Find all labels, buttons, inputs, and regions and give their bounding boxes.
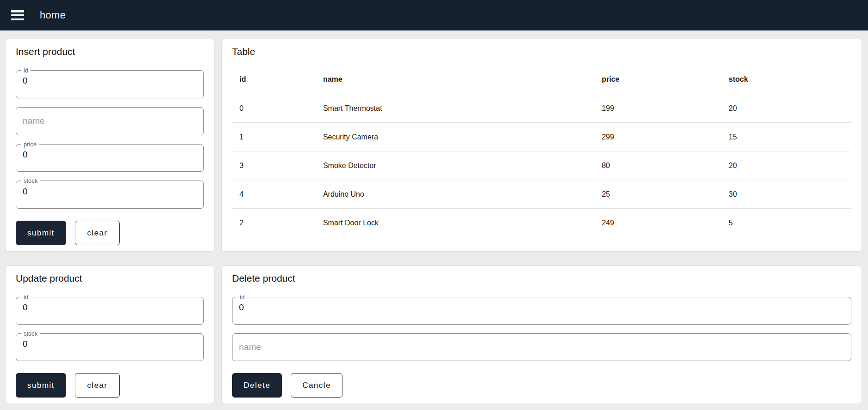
cell-id: 3: [232, 151, 316, 180]
cell-stock: 5: [721, 209, 851, 237]
cell-id: 1: [232, 123, 316, 151]
table-header-id: id: [232, 62, 316, 94]
update-stock-input[interactable]: [16, 334, 203, 361]
update-id-input[interactable]: [16, 297, 203, 324]
update-panel-title: Update product: [16, 272, 204, 284]
insert-price-input[interactable]: [16, 145, 203, 172]
update-stock-label: stock: [21, 330, 40, 337]
delete-name-input[interactable]: [232, 334, 851, 361]
table-header-price: price: [594, 62, 721, 94]
table-row: 1 Security Camera 299 15: [232, 123, 851, 151]
cell-price: 299: [594, 123, 721, 151]
main-content: Insert product id price stock submit cle…: [0, 30, 868, 404]
insert-name-field: [16, 107, 204, 135]
insert-price-label: price: [21, 141, 39, 148]
products-table: id name price stock 0 Smart Thermostat 1…: [232, 62, 851, 237]
insert-clear-button[interactable]: clear: [75, 221, 120, 245]
cell-id: 4: [232, 180, 316, 209]
update-submit-button[interactable]: submit: [16, 373, 66, 398]
table-header-name: name: [316, 62, 594, 94]
delete-id-field: id: [232, 297, 851, 325]
cell-name: Smoke Detector: [316, 151, 594, 180]
cell-name: Smart Thermostat: [316, 94, 594, 123]
insert-stock-label: stock: [21, 177, 40, 184]
update-button-row: submit clear: [16, 373, 204, 398]
cell-price: 80: [594, 151, 721, 180]
insert-price-field: price: [16, 144, 204, 172]
cell-price: 199: [594, 94, 721, 123]
cell-price: 25: [594, 180, 721, 209]
insert-stock-input[interactable]: [16, 181, 203, 208]
insert-name-input[interactable]: [16, 108, 203, 135]
delete-confirm-button[interactable]: Delete: [232, 373, 282, 398]
table-panel-title: Table: [232, 46, 851, 58]
delete-id-label: id: [238, 294, 247, 301]
table-header-row: id name price stock: [232, 62, 851, 94]
cell-id: 2: [232, 209, 316, 237]
table-row: 0 Smart Thermostat 199 20: [232, 94, 851, 123]
table-row: 2 Smart Door Lock 249 5: [232, 209, 851, 237]
table-row: 4 Arduino Uno 25 30: [232, 180, 851, 209]
insert-panel-title: Insert product: [16, 46, 204, 58]
insert-stock-field: stock: [16, 181, 204, 209]
cell-stock: 15: [721, 123, 851, 151]
cell-price: 249: [594, 209, 721, 237]
cell-name: Security Camera: [316, 123, 594, 151]
update-clear-button[interactable]: clear: [75, 373, 120, 398]
insert-product-panel: Insert product id price stock submit cle…: [5, 39, 214, 252]
cell-stock: 20: [721, 151, 851, 180]
hamburger-menu-icon[interactable]: [11, 10, 24, 20]
navbar-title: home: [40, 9, 66, 21]
table-panel: Table id name price stock 0 Smart Thermo…: [221, 39, 862, 252]
top-navbar: home: [0, 0, 868, 30]
delete-cancel-button[interactable]: Cancle: [291, 373, 342, 398]
delete-id-input[interactable]: [232, 297, 851, 324]
update-id-label: id: [21, 294, 31, 301]
cell-name: Smart Door Lock: [316, 209, 594, 237]
delete-panel-title: Delete product: [232, 272, 851, 284]
delete-name-field: [232, 333, 851, 361]
insert-id-field: id: [16, 70, 204, 98]
table-row: 3 Smoke Detector 80 20: [232, 151, 851, 180]
cell-stock: 30: [721, 180, 851, 209]
delete-product-panel: Delete product id Delete Cancle: [221, 265, 862, 404]
cell-id: 0: [232, 94, 316, 123]
insert-id-input[interactable]: [16, 71, 203, 98]
update-id-field: id: [16, 297, 204, 325]
table-header-stock: stock: [721, 62, 851, 94]
insert-submit-button[interactable]: submit: [16, 221, 66, 245]
insert-button-row: submit clear: [16, 221, 204, 245]
cell-stock: 20: [721, 94, 851, 123]
update-product-panel: Update product id stock submit clear: [5, 265, 214, 404]
insert-id-label: id: [21, 67, 31, 74]
delete-button-row: Delete Cancle: [232, 373, 851, 398]
cell-name: Arduino Uno: [316, 180, 594, 209]
update-stock-field: stock: [16, 333, 204, 361]
